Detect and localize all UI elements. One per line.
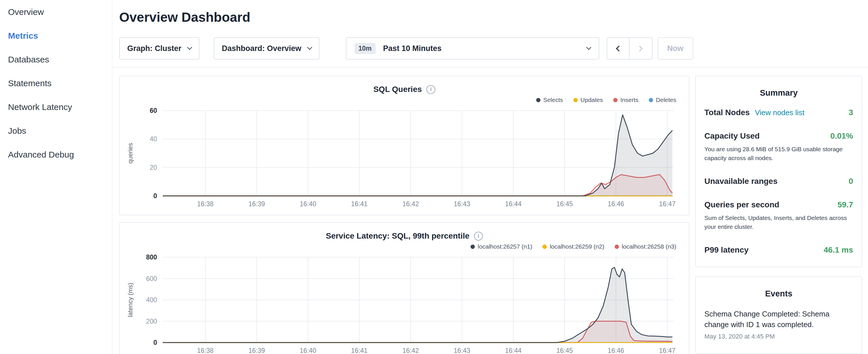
- view-nodes-list-link[interactable]: View nodes list: [755, 108, 804, 117]
- capacity-used-label: Capacity Used: [704, 131, 760, 141]
- svg-text:16:45: 16:45: [557, 347, 573, 354]
- svg-text:16:41: 16:41: [351, 347, 368, 354]
- svg-text:0: 0: [153, 192, 157, 200]
- svg-text:16:47: 16:47: [659, 200, 676, 207]
- events-panel: Events Schema Change Completed: Schema c…: [695, 277, 862, 354]
- summary-row-p99-latency: P99 latency 46.1 ms: [704, 246, 853, 255]
- svg-text:16:44: 16:44: [505, 347, 522, 354]
- svg-text:16:39: 16:39: [248, 200, 265, 207]
- svg-text:800: 800: [146, 254, 157, 261]
- graph-dropdown-label: Graph: Cluster: [127, 44, 181, 53]
- time-range-label: Past 10 Minutes: [383, 44, 442, 53]
- sidebar-item-databases[interactable]: Databases: [0, 47, 112, 71]
- svg-text:16:42: 16:42: [402, 200, 419, 207]
- legend-label: Inserts: [620, 97, 639, 103]
- svg-text:16:40: 16:40: [300, 347, 316, 354]
- legend-dot: [470, 245, 475, 249]
- total-nodes-value: 3: [848, 108, 853, 117]
- chevron-down-icon: [187, 45, 192, 50]
- legend-label: localhost:26259 (n2): [550, 243, 604, 250]
- summary-panel: Summary Total Nodes View nodes list 3 Ca…: [695, 75, 862, 267]
- info-icon[interactable]: i: [474, 232, 483, 240]
- event-timestamp: May 13, 2020 at 4:45 PM: [704, 333, 853, 340]
- sql-queries-chart[interactable]: 020406016:3816:3916:4016:4116:4216:4316:…: [120, 104, 689, 212]
- summary-row-total-nodes: Total Nodes View nodes list 3: [704, 108, 853, 117]
- legend-dot: [649, 98, 653, 102]
- svg-text:16:46: 16:46: [608, 347, 624, 354]
- content-column: Overview Dashboard Graph: Cluster Dashbo…: [112, 0, 868, 354]
- legend-dot: [542, 245, 547, 249]
- svg-text:16:47: 16:47: [659, 347, 676, 354]
- queries-per-second-value: 59.7: [838, 200, 854, 210]
- right-sidebar: Summary Total Nodes View nodes list 3 Ca…: [695, 75, 862, 354]
- sidebar-item-overview[interactable]: Overview: [0, 0, 112, 24]
- p99-latency-label: P99 latency: [704, 246, 748, 255]
- chart-legend: SelectsUpdatesInsertsDeletes: [120, 96, 689, 104]
- chart-title: SQL Queries: [373, 85, 422, 94]
- unavailable-ranges-label: Unavailable ranges: [704, 177, 777, 186]
- svg-text:16:45: 16:45: [557, 200, 573, 207]
- events-title: Events: [704, 289, 853, 298]
- legend-dot: [574, 98, 578, 102]
- svg-text:40: 40: [150, 135, 157, 142]
- toolbar: Graph: Cluster Dashboard: Overview 10m P…: [119, 37, 861, 60]
- chart-title: Service Latency: SQL, 99th percentile: [326, 231, 469, 240]
- chevron-left-icon: [616, 45, 622, 51]
- svg-text:16:38: 16:38: [197, 200, 214, 207]
- sidebar-item-network-latency[interactable]: Network Latency: [0, 95, 112, 119]
- time-next-button[interactable]: [629, 37, 652, 60]
- summary-row-unavailable-ranges: Unavailable ranges 0: [704, 177, 853, 186]
- svg-text:16:39: 16:39: [248, 347, 265, 354]
- sidebar-item-jobs[interactable]: Jobs: [0, 119, 112, 142]
- chart-legend: localhost:26257 (n1)localhost:26259 (n2)…: [120, 242, 689, 251]
- chevron-down-icon: [307, 45, 312, 50]
- chevron-down-icon: [586, 45, 591, 50]
- capacity-used-value: 0.01%: [831, 131, 853, 141]
- info-icon[interactable]: i: [426, 85, 435, 94]
- svg-text:16:41: 16:41: [351, 200, 368, 207]
- event-item[interactable]: Schema Change Completed: Schema change w…: [704, 309, 853, 340]
- legend-item[interactable]: Selects: [536, 97, 563, 103]
- now-button[interactable]: Now: [658, 37, 693, 60]
- event-text: Schema Change Completed: Schema change w…: [704, 309, 853, 330]
- graph-dropdown[interactable]: Graph: Cluster: [119, 37, 199, 60]
- svg-text:16:40: 16:40: [300, 200, 316, 207]
- svg-text:latency (ms): latency (ms): [127, 283, 134, 317]
- main-row: SQL Queries i SelectsUpdatesInsertsDelet…: [112, 68, 868, 354]
- summary-row-capacity-used: Capacity Used 0.01%: [704, 131, 853, 141]
- legend-item[interactable]: localhost:26259 (n2): [542, 243, 604, 250]
- summary-title: Summary: [704, 88, 853, 98]
- svg-text:200: 200: [146, 318, 157, 325]
- time-prev-button[interactable]: [607, 37, 629, 60]
- sidebar-item-advanced-debug[interactable]: Advanced Debug: [0, 142, 112, 166]
- capacity-used-caption: You are using 28.6 MiB of 515.9 GiB usab…: [704, 144, 853, 162]
- sidebar-item-metrics[interactable]: Metrics: [0, 24, 112, 47]
- legend-label: Updates: [581, 97, 603, 103]
- queries-per-second-label: Queries per second: [704, 200, 779, 210]
- svg-text:16:43: 16:43: [454, 200, 470, 207]
- legend-label: localhost:26258 (n3): [622, 243, 676, 250]
- charts-column: SQL Queries i SelectsUpdatesInsertsDelet…: [119, 75, 689, 354]
- legend-dot: [615, 245, 619, 249]
- svg-text:16:42: 16:42: [402, 347, 419, 354]
- app-root: Overview Metrics Databases Statements Ne…: [0, 0, 868, 354]
- time-range-selector[interactable]: 10m Past 10 Minutes: [346, 37, 599, 60]
- legend-item[interactable]: Updates: [574, 97, 603, 103]
- dashboard-dropdown[interactable]: Dashboard: Overview: [214, 37, 319, 60]
- legend-dot: [613, 98, 618, 102]
- sidebar-item-statements[interactable]: Statements: [0, 71, 112, 95]
- svg-text:400: 400: [146, 296, 157, 303]
- svg-text:16:38: 16:38: [197, 347, 214, 354]
- service-latency-chart[interactable]: 020040060080016:3816:3916:4016:4116:4216…: [120, 251, 689, 354]
- svg-text:16:43: 16:43: [454, 347, 470, 354]
- legend-item[interactable]: localhost:26258 (n3): [615, 243, 676, 250]
- legend-item[interactable]: localhost:26257 (n1): [470, 243, 532, 250]
- page-header: Overview Dashboard Graph: Cluster Dashbo…: [112, 0, 868, 68]
- chart-title-row: Service Latency: SQL, 99th percentile i: [120, 230, 689, 242]
- legend-item[interactable]: Deletes: [649, 97, 676, 103]
- svg-text:20: 20: [150, 164, 157, 171]
- legend-dot: [536, 98, 540, 102]
- legend-label: Selects: [543, 97, 563, 103]
- total-nodes-label: Total Nodes: [704, 108, 750, 117]
- legend-item[interactable]: Inserts: [613, 97, 639, 103]
